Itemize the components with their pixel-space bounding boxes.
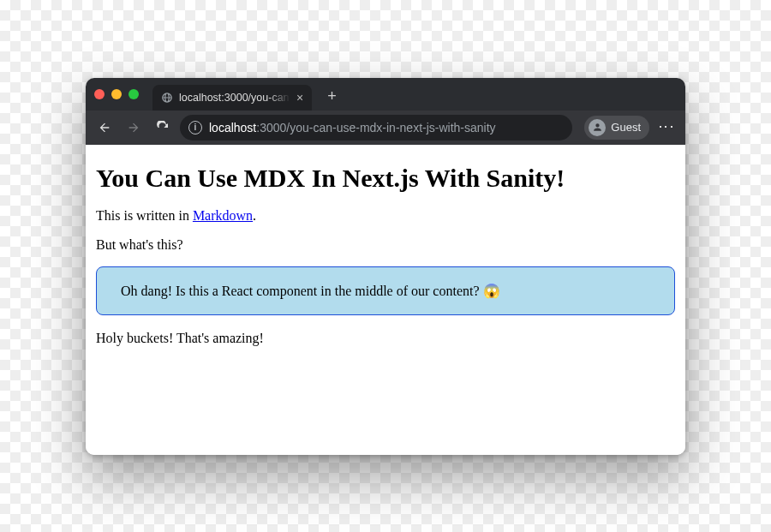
page-title: You Can Use MDX In Next.js With Sanity!: [96, 164, 675, 193]
intro-paragraph: This is written in Markdown.: [96, 208, 675, 224]
callout-text: Oh dang! Is this a React component in th…: [121, 284, 500, 298]
toolbar: i localhost:3000/you-can-use-mdx-in-next…: [86, 111, 685, 145]
close-tab-button[interactable]: ×: [296, 92, 303, 104]
globe-icon: [161, 92, 173, 104]
forward-button[interactable]: [122, 116, 146, 140]
browser-window: localhost:3000/you-can-use-m × + i local…: [86, 78, 685, 455]
profile-label: Guest: [611, 121, 641, 134]
page-content: You Can Use MDX In Next.js With Sanity! …: [86, 145, 685, 455]
menu-button[interactable]: ⋮: [654, 119, 678, 135]
close-window-button[interactable]: [94, 89, 105, 99]
reload-button[interactable]: [151, 116, 175, 140]
body-paragraph: Holy buckets! That's amazing!: [96, 331, 675, 346]
maximize-window-button[interactable]: [128, 89, 139, 99]
site-info-icon[interactable]: i: [188, 121, 202, 134]
back-button[interactable]: [93, 116, 117, 140]
tab-title: localhost:3000/you-can-use-m: [179, 92, 290, 104]
callout-box: Oh dang! Is this a React component in th…: [96, 266, 675, 315]
address-bar[interactable]: i localhost:3000/you-can-use-mdx-in-next…: [180, 115, 572, 140]
profile-button[interactable]: Guest: [584, 116, 649, 140]
browser-tab[interactable]: localhost:3000/you-can-use-m ×: [152, 85, 312, 111]
new-tab-button[interactable]: +: [324, 88, 340, 104]
body-paragraph: But what's this?: [96, 237, 675, 253]
markdown-link[interactable]: Markdown: [193, 208, 253, 223]
minimize-window-button[interactable]: [111, 89, 122, 99]
avatar-icon: [589, 119, 606, 136]
window-controls: [94, 89, 139, 99]
url-text: localhost:3000/you-can-use-mdx-in-next-j…: [209, 121, 496, 134]
titlebar: localhost:3000/you-can-use-m × +: [86, 78, 685, 111]
